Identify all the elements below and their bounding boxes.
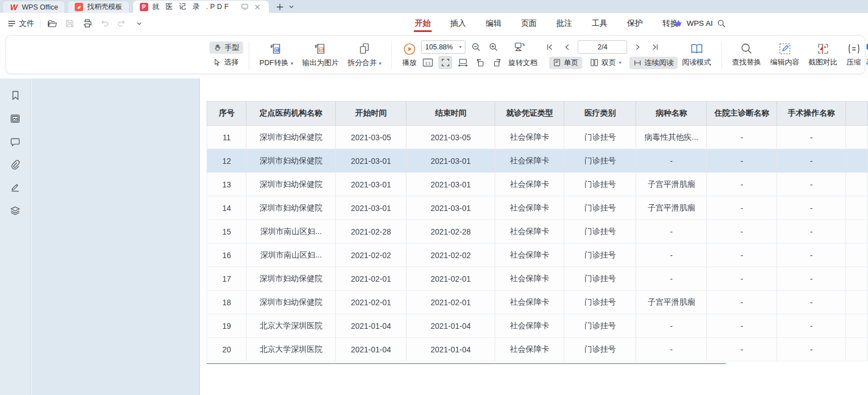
wps-ai-button[interactable]: WPS AI bbox=[674, 19, 713, 27]
full-translate-button[interactable]: A 文 全文翻译 bbox=[866, 43, 868, 53]
menu-item-1[interactable]: 插入 bbox=[449, 14, 467, 33]
rotate-right-icon[interactable] bbox=[491, 56, 504, 69]
word-translate-button[interactable]: 文 A 划词翻译 ▾ bbox=[866, 57, 868, 67]
menu-item-3[interactable]: 页面 bbox=[520, 14, 538, 33]
first-page-icon[interactable] bbox=[543, 41, 556, 54]
page-indicator-input[interactable]: 2/4 bbox=[578, 40, 627, 54]
continuous-read-button[interactable]: 连续阅读 bbox=[629, 57, 678, 69]
tab-wps-home[interactable]: W WPS Office bbox=[2, 1, 65, 13]
next-page-icon[interactable] bbox=[631, 41, 645, 54]
edit-content-button[interactable]: 编辑内容 bbox=[766, 41, 804, 68]
file-menu-button[interactable]: 文件 bbox=[8, 19, 34, 29]
menu-item-5[interactable]: 工具 bbox=[591, 14, 609, 33]
table-cell: 深圳市妇幼保健院 bbox=[246, 196, 336, 220]
table-cell: 2021-01-04 bbox=[406, 314, 495, 338]
menu-item-4[interactable]: 批注 bbox=[555, 14, 573, 33]
table-cell: 15 bbox=[207, 220, 246, 244]
cast-screen-icon[interactable] bbox=[240, 2, 249, 11]
new-tab-icon[interactable] bbox=[275, 1, 286, 12]
pdf-file-icon: P bbox=[140, 3, 148, 11]
single-page-button[interactable]: 单页 bbox=[549, 57, 582, 69]
print-icon[interactable] bbox=[81, 17, 93, 30]
layers-icon[interactable] bbox=[10, 205, 21, 216]
hand-tool-label: 手型 bbox=[225, 43, 239, 53]
pdf-page[interactable]: 序号定点医药机构名称开始时间结束时间就诊凭证类型医疗类别病种名称住院主诊断名称手… bbox=[200, 79, 868, 395]
divider bbox=[249, 41, 249, 69]
screenshot-compare-label: 截图对比 bbox=[808, 57, 838, 67]
menu-item-6[interactable]: 保护 bbox=[626, 14, 644, 33]
table-cell: - bbox=[777, 338, 846, 361]
navigation-panel[interactable] bbox=[31, 79, 200, 395]
tab-docer-templates[interactable]: 找稻壳模板 bbox=[67, 1, 130, 13]
bookmark-icon[interactable] bbox=[10, 90, 21, 101]
read-mode-button[interactable]: 阅读模式 bbox=[678, 41, 716, 68]
rotate-left-icon[interactable] bbox=[473, 56, 487, 69]
comment-icon[interactable] bbox=[10, 136, 21, 147]
save-icon[interactable] bbox=[63, 17, 76, 30]
redo-icon[interactable] bbox=[116, 17, 128, 30]
table-cell: 2021-03-01 bbox=[406, 173, 495, 196]
table-cell: 20 bbox=[207, 338, 246, 361]
menu-item-0[interactable]: 开始 bbox=[414, 14, 432, 33]
last-page-icon[interactable] bbox=[648, 41, 662, 54]
table-cell: - bbox=[777, 314, 846, 338]
zoom-in-icon[interactable] bbox=[487, 41, 500, 54]
find-replace-label: 查找替换 bbox=[732, 57, 761, 67]
column-header: 序号 bbox=[207, 102, 246, 126]
thumbnail-icon[interactable] bbox=[10, 113, 21, 124]
open-file-icon[interactable] bbox=[46, 17, 58, 30]
split-merge-button[interactable]: 拆分合并 ▾ bbox=[343, 40, 386, 69]
read-mode-label: 阅读模式 bbox=[682, 57, 711, 67]
fit-page-icon[interactable] bbox=[438, 56, 452, 69]
signature-icon[interactable] bbox=[10, 182, 21, 193]
table-cell: 深圳市妇幼保健院 bbox=[246, 173, 336, 196]
quick-access-chevron-icon[interactable] bbox=[133, 17, 145, 30]
table-cell: 社会保障卡 bbox=[495, 244, 564, 267]
rotate-pages-icon[interactable] bbox=[513, 41, 527, 54]
menu-search-icon[interactable] bbox=[715, 17, 728, 30]
close-tab-icon[interactable] bbox=[253, 2, 262, 11]
select-tool-button[interactable]: 选择 bbox=[209, 56, 243, 68]
table-cell: 社会保障卡 bbox=[495, 291, 564, 314]
table-row: 20北京大学深圳医院2021-01-042021-01-04社会保障卡门诊挂号-… bbox=[207, 338, 868, 361]
split-merge-icon bbox=[357, 42, 372, 56]
menu-item-2[interactable]: 编辑 bbox=[485, 14, 502, 33]
table-cell: - bbox=[777, 267, 846, 291]
table-cell: 门诊挂号 bbox=[564, 291, 636, 314]
zoom-value: 105.88% bbox=[425, 43, 453, 51]
table-cell bbox=[846, 314, 868, 338]
full-translate-icon: A 文 bbox=[866, 43, 868, 53]
double-page-button[interactable]: 双页 ▾ bbox=[586, 57, 625, 69]
undo-icon[interactable] bbox=[98, 17, 111, 30]
table-cell: 2021-01-04 bbox=[406, 338, 495, 361]
wps-pdf-window: W WPS Office 找稻壳模板 P 就 医 记 录 .PDF bbox=[0, 0, 868, 395]
attachment-icon[interactable] bbox=[10, 159, 21, 170]
export-image-icon bbox=[313, 42, 328, 56]
zoom-level-input[interactable]: 105.88% ▾ bbox=[421, 40, 465, 54]
play-button[interactable]: 播放 bbox=[398, 41, 421, 69]
table-cell: 社会保障卡 bbox=[495, 173, 564, 196]
find-replace-button[interactable]: 查找替换 bbox=[728, 41, 766, 68]
column-header: 病种名称 bbox=[636, 102, 707, 126]
previous-page-icon[interactable] bbox=[560, 41, 574, 54]
table-cell: 13 bbox=[207, 173, 246, 196]
fit-width-icon[interactable] bbox=[456, 56, 469, 69]
rotate-doc-label[interactable]: 旋转文档 bbox=[508, 58, 537, 68]
column-header: 医疗类别 bbox=[564, 102, 636, 126]
zoom-out-icon[interactable] bbox=[469, 41, 483, 54]
hand-tool-button[interactable]: 手型 bbox=[209, 42, 243, 54]
tab-pdf-document[interactable]: P 就 医 记 录 .PDF bbox=[133, 1, 269, 13]
compress-button[interactable]: 压缩 bbox=[842, 41, 866, 68]
menu-bar: 文件 开始插入编辑页面批注工具保护转换 bbox=[0, 13, 868, 34]
zoom-chevron-icon: ▾ bbox=[459, 45, 462, 49]
screenshot-compare-button[interactable]: 截图对比 bbox=[804, 41, 842, 68]
select-tool-label: 选择 bbox=[224, 57, 239, 67]
table-cell: - bbox=[636, 267, 707, 291]
tab-list-chevron-icon[interactable] bbox=[286, 1, 297, 12]
tab-label: 就 医 记 录 .PDF bbox=[152, 2, 236, 12]
table-cell: - bbox=[707, 314, 777, 338]
actual-size-icon[interactable]: 1:1 bbox=[421, 56, 435, 69]
export-as-image-button[interactable]: 输出为图片 bbox=[298, 40, 343, 69]
table-cell: - bbox=[636, 338, 707, 361]
pdf-convert-button[interactable]: W PDF转换 ▾ bbox=[255, 40, 298, 69]
